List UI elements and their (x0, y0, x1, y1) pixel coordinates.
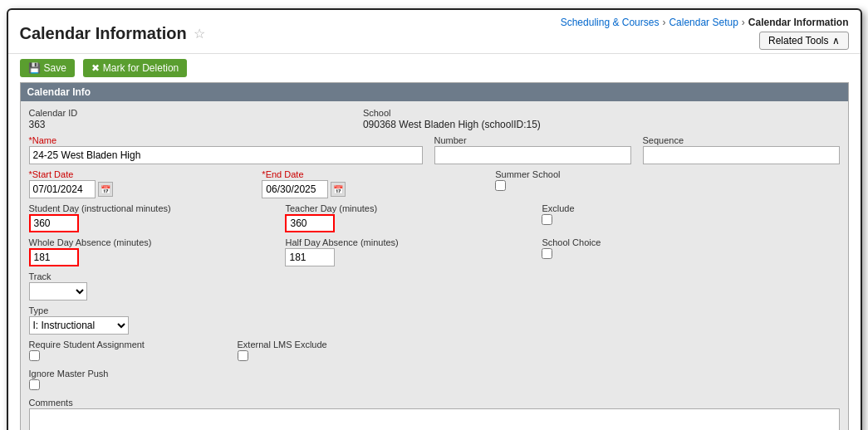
start-date-label: *Start Date (29, 169, 251, 179)
summer-school-label: Summer School (495, 169, 643, 179)
col-external-lms: External LMS Exclude (238, 340, 434, 364)
exclude-checkbox[interactable] (542, 214, 552, 225)
row-calendar-id-school: Calendar ID 363 School 090368 West Blade… (29, 108, 840, 130)
related-tools-button[interactable]: Related Tools ∧ (759, 32, 849, 50)
teacher-day-input[interactable] (285, 214, 335, 232)
col-school-choice: School Choice (542, 237, 705, 261)
half-day-label: Half Day Absence (minutes) (285, 237, 530, 247)
toolbar: 💾 Save ✖ Mark for Deletion (8, 54, 861, 82)
track-label: Track (29, 271, 840, 281)
col-number: Number (434, 135, 631, 164)
col-require-student: Require Student Assignment (29, 340, 226, 364)
student-day-input[interactable] (29, 214, 79, 232)
end-date-calendar-icon[interactable]: 📅 (331, 182, 346, 197)
row-comments: Comments (29, 398, 840, 430)
col-half-day: Half Day Absence (minutes) (285, 237, 530, 266)
calendar-info-section: Calendar Info Calendar ID 363 School 090… (20, 82, 849, 430)
save-label: Save (44, 62, 66, 74)
breadcrumb-sep-1: › (662, 17, 665, 28)
row-track: Track (29, 271, 840, 301)
student-day-label: Student Day (instructional minutes) (29, 203, 274, 213)
col-whole-day: Whole Day Absence (minutes) (29, 237, 274, 266)
calendar-id-value: 363 (29, 119, 346, 130)
col-calendar-id: Calendar ID 363 (29, 108, 346, 130)
row-dates: *Start Date 📅 *End Date 📅 Summer School (29, 169, 840, 198)
delete-icon: ✖ (91, 62, 100, 74)
school-choice-checkbox[interactable] (542, 248, 552, 259)
row-absence: Whole Day Absence (minutes) Half Day Abs… (29, 237, 840, 266)
save-icon: 💾 (28, 62, 41, 74)
track-select[interactable] (29, 282, 87, 301)
col-student-day: Student Day (instructional minutes) (29, 203, 274, 232)
end-date-label: *End Date (262, 169, 483, 179)
name-label: *Name (29, 135, 423, 145)
page-title: Calendar Information (20, 24, 187, 43)
summer-school-checkbox[interactable] (495, 180, 506, 191)
start-date-input[interactable] (29, 180, 96, 198)
breadcrumb: Scheduling & Courses › Calendar Setup › … (561, 17, 849, 28)
school-label: School (363, 108, 840, 118)
end-date-wrapper: 📅 (262, 180, 483, 198)
section-body: Calendar ID 363 School 090368 West Blade… (21, 101, 848, 430)
col-sequence: Sequence (643, 135, 840, 164)
page-title-area: Calendar Information ☆ (20, 24, 205, 43)
row-student-teacher-exclude: Student Day (instructional minutes) Teac… (29, 203, 840, 232)
teacher-day-label: Teacher Day (minutes) (285, 203, 530, 213)
start-date-calendar-icon[interactable]: 📅 (98, 182, 113, 197)
mark-for-deletion-button[interactable]: ✖ Mark for Deletion (83, 59, 187, 77)
external-lms-label: External LMS Exclude (238, 340, 434, 349)
section-header: Calendar Info (21, 83, 848, 101)
external-lms-checkbox[interactable] (238, 350, 248, 361)
page-header: Calendar Information ☆ Scheduling & Cour… (8, 10, 861, 54)
col-school: School 090368 West Bladen High (schoolID… (363, 108, 840, 130)
related-tools-label: Related Tools (768, 35, 829, 46)
breadcrumb-scheduling[interactable]: Scheduling & Courses (561, 17, 660, 28)
number-label: Number (434, 135, 631, 145)
top-right-area: Scheduling & Courses › Calendar Setup › … (561, 17, 849, 50)
favorite-icon[interactable]: ☆ (194, 26, 205, 42)
row-ignore-master: Ignore Master Push (29, 369, 840, 393)
col-start-date: *Start Date 📅 (29, 169, 251, 198)
whole-day-label: Whole Day Absence (minutes) (29, 237, 274, 247)
col-name: *Name (29, 135, 423, 164)
comments-label: Comments (29, 398, 840, 408)
row-type: Type I: Instructional (29, 305, 840, 335)
sequence-input[interactable] (643, 146, 840, 164)
breadcrumb-calendar-setup[interactable]: Calendar Setup (669, 17, 738, 28)
calendar-id-label: Calendar ID (29, 108, 346, 118)
ignore-master-checkbox[interactable] (29, 379, 40, 390)
ignore-master-label: Ignore Master Push (29, 369, 840, 379)
breadcrumb-current: Calendar Information (748, 17, 849, 28)
start-date-wrapper: 📅 (29, 180, 251, 198)
comments-textarea[interactable] (29, 408, 840, 430)
require-student-label: Require Student Assignment (29, 340, 226, 349)
chevron-up-icon: ∧ (832, 35, 840, 46)
number-input[interactable] (434, 146, 631, 164)
type-label: Type (29, 305, 840, 315)
school-value: 090368 West Bladen High (schoolID:15) (363, 119, 840, 130)
end-date-input[interactable] (262, 180, 328, 198)
breadcrumb-sep-2: › (742, 17, 745, 28)
whole-day-input[interactable] (29, 248, 79, 266)
save-button[interactable]: 💾 Save (20, 59, 75, 77)
type-select[interactable]: I: Instructional (29, 316, 129, 335)
delete-label: Mark for Deletion (103, 62, 179, 74)
col-end-date: *End Date 📅 (262, 169, 483, 198)
exclude-label: Exclude (542, 203, 705, 213)
sequence-label: Sequence (643, 135, 840, 145)
require-student-checkbox[interactable] (29, 350, 40, 361)
half-day-input[interactable] (285, 248, 335, 266)
school-choice-label: School Choice (542, 237, 705, 247)
name-input[interactable] (29, 146, 423, 164)
row-require-lms: Require Student Assignment External LMS … (29, 340, 840, 364)
col-teacher-day: Teacher Day (minutes) (285, 203, 530, 232)
row-name-number-sequence: *Name Number Sequence (29, 135, 840, 164)
col-summer-school: Summer School (495, 169, 643, 193)
col-exclude: Exclude (542, 203, 705, 227)
